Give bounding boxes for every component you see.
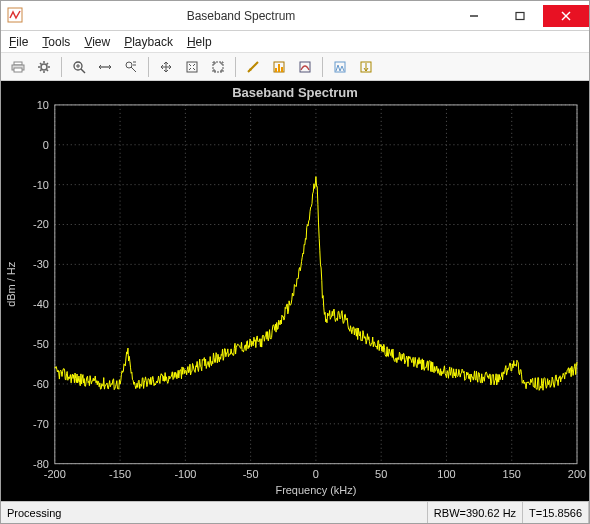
svg-text:-150: -150 (109, 468, 131, 480)
status-time: T=15.8566 (523, 502, 589, 523)
status-rbw: RBW=390.62 Hz (428, 502, 523, 523)
statusbar: Processing RBW=390.62 Hz T=15.8566 (1, 501, 589, 523)
zoom-y-icon[interactable] (120, 56, 142, 78)
toolbar-separator (235, 57, 236, 77)
app-window: Baseband Spectrum File Tools View Playba… (0, 0, 590, 524)
svg-text:50: 50 (375, 468, 387, 480)
minimize-button[interactable] (451, 5, 497, 27)
svg-point-8 (41, 64, 47, 70)
svg-text:-40: -40 (33, 298, 49, 310)
menu-file[interactable]: File (9, 35, 28, 49)
svg-line-15 (47, 63, 48, 64)
magnifier-plus-icon[interactable] (68, 56, 90, 78)
close-button[interactable] (543, 5, 589, 27)
svg-rect-37 (281, 67, 283, 72)
status-processing: Processing (1, 502, 428, 523)
menu-playback[interactable]: Playback (124, 35, 173, 49)
app-icon (7, 7, 25, 25)
channel-meas-icon[interactable] (294, 56, 316, 78)
svg-text:Frequency (kHz): Frequency (kHz) (275, 484, 356, 496)
svg-text:100: 100 (437, 468, 455, 480)
titlebar: Baseband Spectrum (1, 1, 589, 31)
svg-rect-35 (278, 64, 280, 72)
svg-text:-20: -20 (33, 218, 49, 230)
pan-arrows-icon[interactable] (155, 56, 177, 78)
svg-text:200: 200 (568, 468, 586, 480)
toolbar (1, 53, 589, 81)
svg-line-16 (40, 69, 41, 70)
svg-line-32 (193, 68, 195, 70)
svg-line-30 (193, 64, 195, 66)
distortion-icon[interactable] (329, 56, 351, 78)
svg-text:-70: -70 (33, 418, 49, 430)
print-icon[interactable] (7, 56, 29, 78)
toolbar-separator (322, 57, 323, 77)
window-controls (451, 5, 589, 27)
svg-line-18 (81, 69, 85, 73)
menubar: File Tools View Playback Help (1, 31, 589, 53)
gear-icon[interactable] (33, 56, 55, 78)
fullscreen-icon[interactable] (207, 56, 229, 78)
svg-text:10: 10 (37, 99, 49, 111)
svg-text:150: 150 (503, 468, 521, 480)
svg-text:-80: -80 (33, 458, 49, 470)
svg-line-13 (40, 63, 41, 64)
svg-rect-38 (300, 62, 310, 72)
svg-line-29 (189, 64, 191, 66)
maximize-button[interactable] (497, 5, 543, 27)
svg-text:-50: -50 (33, 338, 49, 350)
svg-text:-100: -100 (174, 468, 196, 480)
svg-rect-7 (14, 68, 22, 72)
peak-finder-icon[interactable] (268, 56, 290, 78)
svg-rect-28 (187, 62, 197, 72)
svg-text:-30: -30 (33, 258, 49, 270)
menu-tools[interactable]: Tools (42, 35, 70, 49)
svg-text:-10: -10 (33, 179, 49, 191)
svg-text:0: 0 (43, 139, 49, 151)
window-title: Baseband Spectrum (31, 9, 451, 23)
plot-area[interactable]: Baseband Spectrum -200-150-100-500501001… (1, 81, 589, 501)
svg-text:dBm / Hz: dBm / Hz (5, 261, 17, 307)
svg-text:-60: -60 (33, 378, 49, 390)
svg-rect-36 (275, 68, 277, 72)
toolbar-separator (148, 57, 149, 77)
cursor-measure-icon[interactable] (242, 56, 264, 78)
fit-icon[interactable] (181, 56, 203, 78)
toolbar-separator (61, 57, 62, 77)
svg-line-23 (131, 67, 136, 72)
svg-line-14 (47, 69, 48, 70)
menu-view[interactable]: View (84, 35, 110, 49)
svg-line-31 (189, 68, 191, 70)
zoom-x-icon[interactable] (94, 56, 116, 78)
svg-text:0: 0 (313, 468, 319, 480)
spectrum-chart: -200-150-100-50050100150200-80-70-60-50-… (1, 81, 589, 500)
svg-rect-2 (516, 12, 524, 19)
menu-help[interactable]: Help (187, 35, 212, 49)
svg-text:-50: -50 (243, 468, 259, 480)
ccdf-icon[interactable] (355, 56, 377, 78)
